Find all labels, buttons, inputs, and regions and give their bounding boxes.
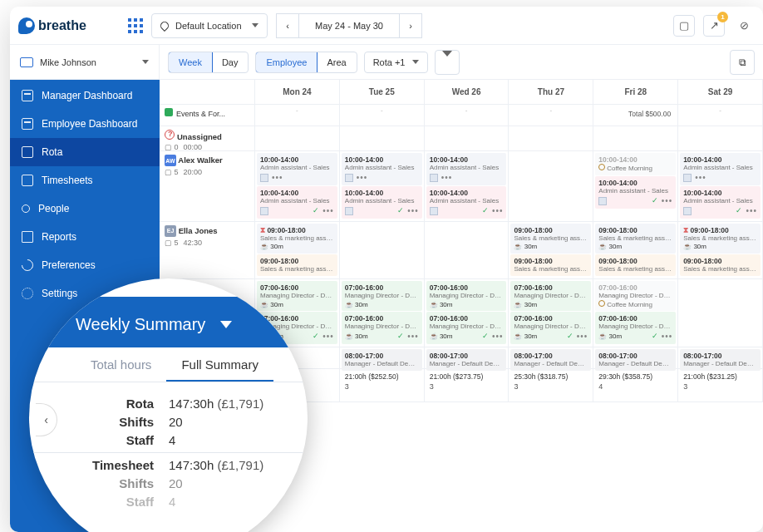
- cell[interactable]: -: [340, 105, 425, 126]
- cell[interactable]: -: [425, 105, 509, 126]
- nav-employee-dashboard[interactable]: Employee Dashboard: [10, 110, 160, 138]
- cell[interactable]: [255, 126, 340, 150]
- copy-button[interactable]: ⧉: [730, 50, 755, 75]
- cell[interactable]: [340, 222, 425, 278]
- cell[interactable]: 07:00-16:00Managing Director - Default D…: [340, 279, 425, 347]
- cell[interactable]: 10:00-14:00Admin assistant - Sales••• 10…: [340, 151, 425, 221]
- tab-full-summary[interactable]: Full Summary: [166, 347, 273, 382]
- cell[interactable]: 08:00-17:00Manager - Default Department: [678, 347, 763, 368]
- cell[interactable]: [593, 126, 678, 150]
- date-range-label[interactable]: May 24 - May 30: [299, 13, 399, 38]
- cell[interactable]: 09:00-18:00Sales & marketing assistant -…: [593, 222, 678, 278]
- group-area[interactable]: Area: [317, 52, 356, 72]
- shift-chip[interactable]: 09:00-18:00Sales & marketing assistant -…: [595, 224, 676, 254]
- user-selector[interactable]: Mike Johnson: [10, 45, 160, 79]
- cell[interactable]: 08:00-17:00Manager - Default Department: [340, 347, 425, 368]
- cell[interactable]: 08:00-17:00Manager - Default Department: [509, 347, 593, 368]
- cell[interactable]: -: [509, 105, 593, 126]
- cell[interactable]: 07:00-16:00Managing Director - Default D…: [509, 279, 593, 347]
- cell[interactable]: [678, 279, 763, 347]
- shift-chip[interactable]: 07:00-16:00Managing Director - Default D…: [257, 281, 337, 311]
- cell[interactable]: 08:00-17:00Manager - Default Department: [425, 347, 509, 368]
- shift-chip[interactable]: 07:00-16:00Managing Director - Default D…: [426, 312, 507, 344]
- cell[interactable]: 08:00-17:00Manager - Default Department: [593, 347, 678, 368]
- shift-chip[interactable]: 09:00-18:00Sales & marketing assistant -…: [510, 224, 591, 254]
- view-week[interactable]: Week: [168, 52, 213, 73]
- apps-grid-icon[interactable]: [128, 18, 143, 33]
- note-button[interactable]: ▢: [673, 15, 695, 37]
- shift-chip[interactable]: 10:00-14:00Admin assistant - Sales✓•••: [680, 186, 761, 219]
- shift-chip[interactable]: 07:00-16:00Managing Director - Default D…: [342, 312, 422, 344]
- cell[interactable]: [509, 126, 593, 150]
- view-day[interactable]: Day: [212, 52, 249, 72]
- shift-chip[interactable]: 09:00-18:00Sales & marketing assistant -: [510, 254, 591, 276]
- cell[interactable]: ⧗ 09:00-18:00Sales & marketing assistant…: [255, 222, 340, 278]
- nav-preferences[interactable]: Preferences: [10, 251, 160, 279]
- filter-button[interactable]: [435, 50, 460, 75]
- shift-chip[interactable]: 07:00-16:00Managing Director - Default D…: [426, 281, 507, 311]
- shift-chip[interactable]: 10:00-14:00Admin assistant - Sales✓•••: [342, 186, 422, 219]
- row-events[interactable]: Events & For...: [160, 105, 255, 126]
- shift-chip[interactable]: 10:00-14:00Admin assistant - Sales✓•••: [595, 176, 676, 209]
- share-button[interactable]: ↗ 1: [703, 15, 725, 37]
- brand-logo[interactable]: breathe: [18, 17, 143, 34]
- shift-chip[interactable]: 08:00-17:00Manager - Default Department: [342, 349, 422, 371]
- cell[interactable]: 10:00-14:00Admin assistant - Sales••• 10…: [255, 151, 340, 221]
- cell[interactable]: 07:00-16:00Managing Director - Default D…: [425, 279, 509, 347]
- cell[interactable]: ⧗ 09:00-18:00Sales & marketing assistant…: [678, 222, 763, 278]
- nav-people[interactable]: People: [10, 195, 160, 223]
- shift-chip[interactable]: 10:00-14:00Admin assistant - Sales•••: [680, 153, 761, 185]
- cell[interactable]: [425, 222, 509, 278]
- shift-chip[interactable]: 08:00-17:00Manager - Default Department: [595, 349, 676, 371]
- shift-chip[interactable]: 10:00-14:00Admin assistant - Sales•••: [257, 153, 337, 185]
- shift-chip[interactable]: 08:00-17:00Manager - Default Department: [680, 349, 761, 371]
- tab-total-hours[interactable]: Total hours: [76, 347, 166, 382]
- nav-manager-dashboard[interactable]: Manager Dashboard: [10, 81, 160, 110]
- cell[interactable]: [425, 126, 509, 150]
- cell[interactable]: 10:00-14:00Coffee Morning 10:00-14:00Adm…: [593, 151, 678, 221]
- cell[interactable]: Total $500.00: [593, 105, 678, 126]
- shift-chip[interactable]: 07:00-16:00Managing Director - Default D…: [510, 312, 591, 344]
- row-employee[interactable]: EJ Ella Jones ▢ 542:30: [160, 222, 255, 278]
- view-toggle: Week Day: [168, 52, 249, 73]
- shift-chip[interactable]: 10:00-14:00Coffee Morning: [595, 153, 676, 175]
- shift-chip[interactable]: 10:00-14:00Admin assistant - Sales•••: [342, 153, 422, 185]
- more-icon[interactable]: •••: [272, 173, 283, 183]
- shift-chip[interactable]: ⧗ 09:00-18:00Sales & marketing assistant…: [680, 224, 761, 254]
- row-employee[interactable]: AW Alex Walker ▢ 520:00: [160, 151, 255, 221]
- cell[interactable]: -: [678, 105, 763, 126]
- date-prev-button[interactable]: ‹: [276, 13, 299, 38]
- cell[interactable]: 10:00-14:00Admin assistant - Sales••• 10…: [425, 151, 509, 221]
- shift-chip[interactable]: 10:00-14:00Admin assistant - Sales✓•••: [257, 186, 337, 219]
- cell[interactable]: [678, 126, 763, 150]
- shift-chip[interactable]: 10:00-14:00Admin assistant - Sales•••: [426, 153, 507, 185]
- approve-button[interactable]: ⊘: [733, 15, 755, 37]
- shift-chip[interactable]: 07:00-16:00Managing Director - Default D…: [510, 281, 591, 311]
- cell[interactable]: 07:00-16:00Managing Director - Default D…: [593, 279, 678, 347]
- shift-chip[interactable]: 09:00-18:00Sales & marketing assistant -: [257, 254, 337, 276]
- date-next-button[interactable]: ›: [399, 13, 422, 38]
- shift-chip[interactable]: 08:00-17:00Manager - Default Department: [426, 349, 507, 371]
- nav-timesheets[interactable]: Timesheets: [10, 166, 160, 195]
- nav-reports[interactable]: Reports: [10, 223, 160, 251]
- shift-chip[interactable]: 10:00-14:00Admin assistant - Sales✓•••: [426, 186, 507, 219]
- cell[interactable]: -: [255, 105, 340, 126]
- cell[interactable]: 09:00-18:00Sales & marketing assistant -…: [509, 222, 593, 278]
- shift-chip[interactable]: ⧗ 09:00-18:00Sales & marketing assistant…: [257, 224, 337, 254]
- more-icon[interactable]: •••: [322, 206, 334, 216]
- shift-chip[interactable]: 08:00-17:00Manager - Default Department: [510, 349, 591, 371]
- date-range-picker[interactable]: ‹ May 24 - May 30 ›: [276, 13, 422, 38]
- rota-dropdown[interactable]: Rota +1: [364, 52, 428, 73]
- group-employee[interactable]: Employee: [255, 52, 318, 73]
- cell[interactable]: [340, 126, 425, 150]
- nav-rota[interactable]: Rota: [10, 138, 160, 166]
- shift-chip[interactable]: 09:00-18:00Sales & marketing assistant -: [595, 254, 676, 276]
- row-unassigned[interactable]: Unassigned ▢ 000:00: [160, 126, 255, 150]
- cell[interactable]: [509, 151, 593, 221]
- cell[interactable]: 10:00-14:00Admin assistant - Sales••• 10…: [678, 151, 763, 221]
- location-picker[interactable]: Default Location: [151, 13, 268, 38]
- shift-chip[interactable]: 07:00-16:00Managing Director - Default D…: [595, 312, 676, 344]
- shift-chip[interactable]: 09:00-18:00Sales & marketing assistant -: [680, 254, 761, 276]
- shift-chip[interactable]: 07:00-16:00Managing Director - Default D…: [342, 281, 422, 311]
- shift-chip[interactable]: 07:00-16:00Managing Director - Default D…: [595, 281, 676, 311]
